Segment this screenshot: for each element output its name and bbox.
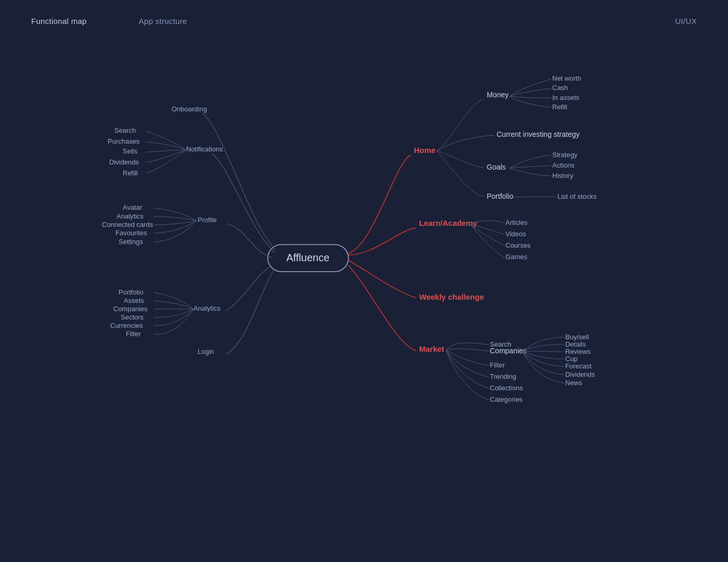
onboarding-label: Onboarding	[172, 105, 207, 113]
money-in-assets: In assets	[552, 94, 580, 101]
analytics-portfolio: Portfolio	[119, 288, 144, 296]
notif-refill: Refill	[123, 169, 138, 177]
learn-courses: Courses	[505, 241, 531, 249]
learn-games: Games	[505, 253, 527, 261]
analytics-label: Analytics	[193, 304, 221, 312]
profile-avatar: Avatar	[123, 203, 142, 211]
companies-details: Details	[565, 340, 586, 348]
market-label: Market	[419, 344, 444, 353]
money-refill: Refill	[552, 103, 567, 111]
market-companies: Companies	[490, 347, 527, 355]
profile-label: Profile	[198, 216, 217, 224]
money-net-worth: Net worth	[552, 74, 581, 82]
goals-strategy: Strategy	[552, 151, 578, 159]
goals-label: Goals	[487, 163, 506, 171]
notifications-label: Notifications	[186, 145, 223, 153]
money-cash: Cash	[552, 84, 568, 92]
learn-articles: Articles	[505, 219, 528, 226]
profile-analytics: Analytics	[116, 212, 144, 220]
learn-label: Learn/Academy	[419, 219, 477, 227]
analytics-companies: Companies	[113, 305, 148, 313]
notif-dividends: Dividends	[109, 158, 139, 166]
home-portfolio-label: Portfolio	[487, 192, 514, 200]
profile-connected-cards: Connected cards	[102, 221, 153, 228]
mindmap-diagram: Affluence Onboarding Notifications Searc…	[0, 0, 728, 562]
login-label: Login	[198, 348, 214, 355]
goals-actions: Actions	[552, 161, 575, 169]
notif-purchases: Purchases	[108, 137, 140, 145]
notif-sells: Sells	[123, 147, 138, 155]
profile-favourites: Favourites	[115, 229, 147, 237]
companies-news: News	[565, 379, 582, 387]
center-node-label: Affluence	[286, 252, 329, 263]
analytics-filter: Filter	[126, 330, 141, 338]
analytics-currencies: Currencies	[110, 322, 143, 329]
current-investing-label: Current investing strategy	[497, 130, 580, 138]
portfolio-list-stocks: List of stocks	[557, 193, 597, 200]
companies-cup: Cup	[565, 355, 578, 363]
weekly-challenge-label: Weekly challenge	[419, 292, 484, 301]
analytics-assets: Assets	[124, 297, 145, 304]
header: Functional map App structure UI/UX	[0, 0, 728, 42]
money-label: Money	[487, 91, 509, 99]
market-categories: Categories	[490, 395, 523, 403]
goals-history: History	[552, 172, 574, 180]
learn-videos: Videos	[505, 230, 526, 238]
market-collections: Collections	[490, 384, 523, 392]
nav-app-structure[interactable]: App structure	[139, 17, 187, 25]
analytics-sectors: Sectors	[121, 313, 144, 321]
nav-ui-ux[interactable]: UI/UX	[675, 17, 697, 25]
market-trending: Trending	[490, 373, 516, 380]
notif-search: Search	[114, 126, 136, 134]
profile-settings: Settings	[119, 238, 143, 246]
companies-reviews: Reviews	[565, 348, 591, 355]
nav-functional-map[interactable]: Functional map	[31, 17, 87, 25]
companies-buysell: Buy/sell	[565, 333, 589, 341]
companies-forecast: Forecast	[565, 362, 592, 370]
companies-dividends: Dividends	[565, 371, 595, 378]
home-label: Home	[414, 146, 436, 155]
market-filter: Filter	[490, 361, 505, 369]
